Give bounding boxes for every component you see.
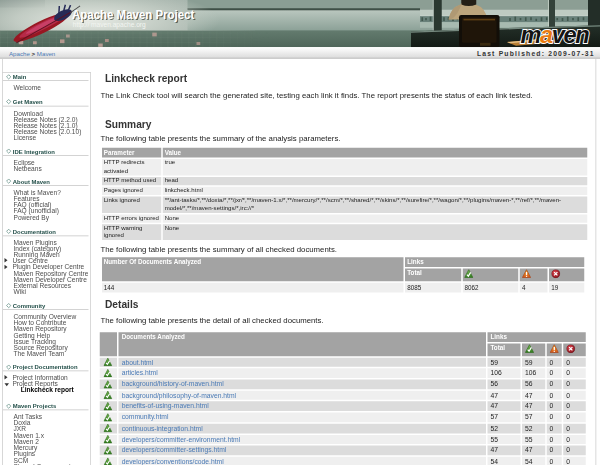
svg-text:http:// maven.apache.org: http:// maven.apache.org	[73, 21, 146, 29]
svg-text:Apache Maven Project: Apache Maven Project	[72, 7, 195, 22]
svg-text:maven: maven	[521, 22, 590, 47]
